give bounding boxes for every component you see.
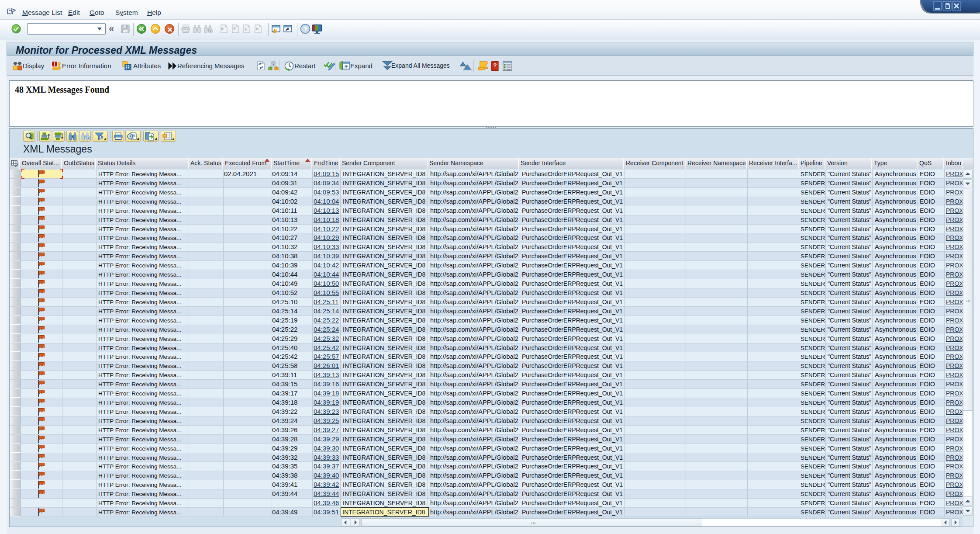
svg-text:?: ? [303, 25, 307, 33]
svg-text:?: ? [493, 62, 497, 69]
